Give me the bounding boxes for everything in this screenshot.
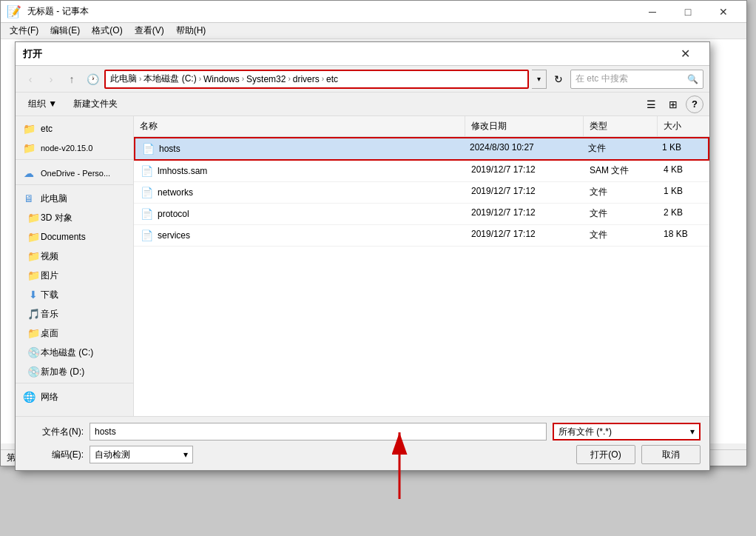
encoding-label: 编码(E): bbox=[24, 449, 84, 461]
help-button[interactable]: ? bbox=[686, 96, 703, 113]
sidebar-item-desktop[interactable]: 📁 桌面 bbox=[16, 324, 133, 343]
address-bar[interactable]: 此电脑 › 本地磁盘 (C:) › Windows › System32 › d… bbox=[104, 70, 529, 89]
view-list-button[interactable]: ☰ bbox=[641, 96, 661, 113]
nav-forward-button[interactable]: › bbox=[42, 70, 60, 88]
folder-icon: 📁 bbox=[21, 230, 36, 244]
sidebar-item-onedrive[interactable]: ☁ OneDrive - Perso... bbox=[16, 164, 133, 183]
sidebar-item-videos[interactable]: 📁 视频 bbox=[16, 247, 133, 266]
computer-icon: 🖥 bbox=[21, 192, 36, 205]
menu-edit[interactable]: 编辑(E) bbox=[44, 23, 86, 38]
new-folder-button[interactable]: 新建文件夹 bbox=[67, 95, 124, 113]
dialog-addressbar: ‹ › ↑ 🕐 此电脑 › 本地磁盘 (C:) › Windows › Syst… bbox=[16, 66, 709, 93]
filename-input[interactable] bbox=[90, 423, 547, 440]
open-button[interactable]: 打开(O) bbox=[576, 445, 635, 464]
nav-back-button[interactable]: ‹ bbox=[21, 70, 39, 88]
search-placeholder: 在 etc 中搜索 bbox=[576, 73, 628, 85]
encoding-arrow-icon: ▾ bbox=[183, 449, 188, 460]
file-row-protocol[interactable]: 📄 protocol 2019/12/7 17:12 文件 2 KB bbox=[134, 204, 709, 225]
address-part-2: Windows bbox=[203, 74, 240, 84]
sidebar-item-pictures[interactable]: 📁 图片 bbox=[16, 266, 133, 285]
view-grid-button[interactable]: ⊞ bbox=[664, 96, 683, 113]
sidebar-label-d-drive: 新加卷 (D:) bbox=[41, 366, 84, 378]
filetype-arrow-icon: ▾ bbox=[690, 426, 695, 437]
address-refresh-button[interactable]: ↻ bbox=[550, 70, 567, 88]
address-part-4: drivers bbox=[293, 74, 320, 84]
file-type-networks: 文件 bbox=[584, 182, 658, 203]
sidebar-label-etc: etc bbox=[41, 124, 53, 134]
filelist-header: 名称 修改日期 类型 大小 bbox=[134, 116, 709, 137]
file-name-hosts: 📄 hosts bbox=[135, 138, 464, 159]
titlebar-controls: ─ □ ✕ bbox=[635, 1, 740, 22]
file-date-lmhosts: 2019/12/7 17:12 bbox=[465, 161, 584, 181]
sidebar-item-network[interactable]: 🌐 网络 bbox=[16, 387, 133, 406]
cancel-button[interactable]: 取消 bbox=[641, 445, 701, 464]
sidebar-item-d-drive[interactable]: 💿 新加卷 (D:) bbox=[16, 362, 133, 381]
col-date[interactable]: 修改日期 bbox=[465, 116, 584, 136]
sidebar-item-etc[interactable]: 📁 etc bbox=[16, 119, 133, 138]
sidebar-label-computer: 此电脑 bbox=[41, 192, 67, 205]
sidebar-label-pictures: 图片 bbox=[41, 269, 58, 282]
menu-format[interactable]: 格式(O) bbox=[86, 23, 128, 38]
folder-icon: 📁 bbox=[21, 326, 36, 340]
encoding-row: 编码(E): 自动检测 ▾ 打开(O) 取消 bbox=[24, 445, 701, 464]
file-type-hosts: 文件 bbox=[582, 138, 656, 159]
dialog-bottom: 文件名(N): 所有文件 (*.*) ▾ 编码(E): 自动检测 ▾ 打开(O)… bbox=[16, 416, 709, 470]
col-type[interactable]: 类型 bbox=[584, 116, 658, 136]
address-dropdown-button[interactable]: ▾ bbox=[532, 70, 547, 89]
file-label-lmhosts: lmhosts.sam bbox=[158, 166, 207, 176]
sidebar-label-network: 网络 bbox=[41, 391, 58, 403]
maximize-button[interactable]: □ bbox=[671, 1, 705, 22]
nav-up-button[interactable]: ↑ bbox=[63, 70, 81, 88]
sidebar-label-videos: 视频 bbox=[41, 250, 58, 263]
file-row-services[interactable]: 📄 services 2019/12/7 17:12 文件 18 KB bbox=[134, 225, 709, 247]
file-icon-networks: 📄 bbox=[140, 186, 153, 199]
sidebar-item-documents[interactable]: 📁 Documents bbox=[16, 227, 133, 247]
sidebar-item-c-drive[interactable]: 💿 本地磁盘 (C:) bbox=[16, 343, 133, 362]
file-size-networks: 1 KB bbox=[658, 182, 709, 203]
file-type-services: 文件 bbox=[584, 225, 658, 246]
filename-label: 文件名(N): bbox=[24, 426, 84, 438]
col-name[interactable]: 名称 bbox=[134, 116, 465, 136]
menu-view[interactable]: 查看(V) bbox=[129, 23, 170, 38]
folder-icon: 📁 bbox=[21, 269, 36, 282]
sidebar-item-music[interactable]: 🎵 音乐 bbox=[16, 304, 133, 324]
encoding-dropdown[interactable]: 自动检测 ▾ bbox=[90, 446, 193, 463]
file-size-hosts: 1 KB bbox=[656, 138, 708, 159]
sidebar-item-computer[interactable]: 🖥 此电脑 bbox=[16, 189, 133, 208]
file-row-networks[interactable]: 📄 networks 2019/12/7 17:12 文件 1 KB bbox=[134, 182, 709, 204]
organize-button[interactable]: 组织 ▼ bbox=[21, 95, 64, 113]
menu-file[interactable]: 文件(F) bbox=[4, 23, 44, 38]
address-part-1: 本地磁盘 (C:) bbox=[144, 73, 196, 85]
minimize-button[interactable]: ─ bbox=[635, 1, 669, 22]
search-box[interactable]: 在 etc 中搜索 🔍 bbox=[570, 70, 703, 89]
filetype-dropdown[interactable]: 所有文件 (*.*) ▾ bbox=[553, 423, 701, 440]
dialog-filelist: 名称 修改日期 类型 大小 📄 hosts 2024/8/30 10:27 文件… bbox=[134, 116, 709, 416]
sidebar-item-3d[interactable]: 📁 3D 对象 bbox=[16, 208, 133, 227]
sidebar-item-downloads[interactable]: ⬇ 下载 bbox=[16, 285, 133, 304]
notepad-menubar: 文件(F) 编辑(E) 格式(O) 查看(V) 帮助(H) bbox=[1, 23, 746, 39]
dialog-close-button[interactable]: ✕ bbox=[668, 44, 702, 64]
address-part-3: System32 bbox=[246, 74, 286, 84]
sidebar-item-node[interactable]: 📁 node-v20.15.0 bbox=[16, 138, 133, 158]
file-size-protocol: 2 KB bbox=[658, 204, 709, 224]
file-row-hosts[interactable]: 📄 hosts 2024/8/30 10:27 文件 1 KB bbox=[134, 137, 709, 161]
menu-help[interactable]: 帮助(H) bbox=[170, 23, 212, 38]
file-label-hosts: hosts bbox=[159, 144, 180, 154]
organize-label: 组织 ▼ bbox=[28, 98, 57, 110]
file-date-protocol: 2019/12/7 17:12 bbox=[465, 204, 584, 224]
file-icon-lmhosts: 📄 bbox=[140, 164, 153, 178]
col-size[interactable]: 大小 bbox=[658, 116, 709, 136]
network-icon: 🌐 bbox=[21, 390, 36, 403]
sidebar-label-desktop: 桌面 bbox=[41, 327, 58, 340]
address-part-5: etc bbox=[326, 74, 338, 84]
filename-row: 文件名(N): 所有文件 (*.*) ▾ bbox=[24, 423, 701, 440]
file-name-protocol: 📄 protocol bbox=[134, 204, 465, 224]
nav-recent-button[interactable]: 🕐 bbox=[84, 70, 101, 88]
sidebar-label-downloads: 下载 bbox=[41, 289, 58, 301]
folder-icon: 📁 bbox=[21, 249, 36, 263]
file-row-lmhosts[interactable]: 📄 lmhosts.sam 2019/12/7 17:12 SAM 文件 4 K… bbox=[134, 161, 709, 182]
sidebar-label-music: 音乐 bbox=[41, 308, 58, 321]
close-button[interactable]: ✕ bbox=[706, 1, 740, 22]
file-icon-protocol: 📄 bbox=[140, 207, 153, 221]
folder-icon: 📁 bbox=[21, 122, 36, 135]
